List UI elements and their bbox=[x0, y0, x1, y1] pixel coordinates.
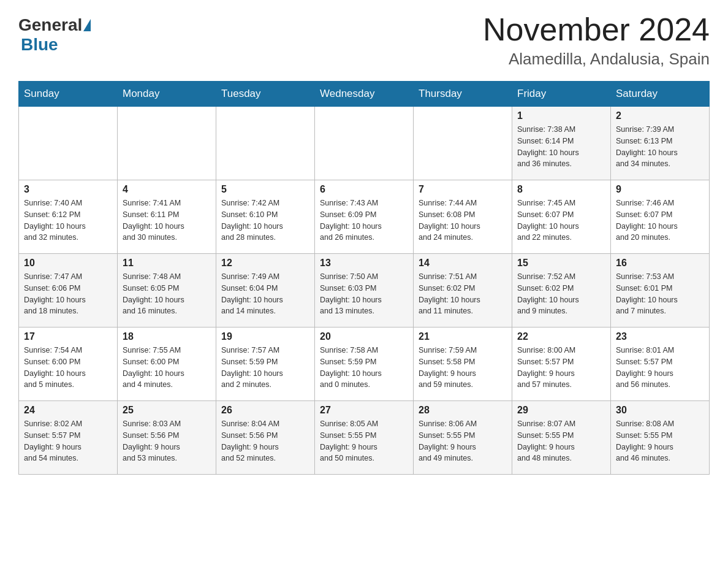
table-row: 14Sunrise: 7:51 AMSunset: 6:02 PMDayligh… bbox=[414, 254, 512, 327]
table-row: 24Sunrise: 8:02 AMSunset: 5:57 PMDayligh… bbox=[19, 401, 118, 475]
table-row: 22Sunrise: 8:00 AMSunset: 5:57 PMDayligh… bbox=[512, 327, 611, 401]
day-info: Sunrise: 7:38 AMSunset: 6:14 PMDaylight:… bbox=[517, 124, 605, 170]
day-number: 7 bbox=[419, 184, 507, 195]
day-number: 3 bbox=[24, 184, 112, 195]
calendar-day-header-monday: Monday bbox=[118, 82, 216, 107]
day-info: Sunrise: 8:00 AMSunset: 5:57 PMDaylight:… bbox=[517, 345, 605, 391]
table-row: 16Sunrise: 7:53 AMSunset: 6:01 PMDayligh… bbox=[611, 254, 710, 327]
table-row: 11Sunrise: 7:48 AMSunset: 6:05 PMDayligh… bbox=[118, 254, 216, 327]
calendar-header-row: SundayMondayTuesdayWednesdayThursdayFrid… bbox=[19, 82, 710, 107]
calendar-row: 24Sunrise: 8:02 AMSunset: 5:57 PMDayligh… bbox=[19, 401, 710, 475]
day-number: 9 bbox=[616, 184, 704, 195]
calendar-day-header-tuesday: Tuesday bbox=[216, 82, 315, 107]
table-row bbox=[118, 107, 216, 180]
calendar-day-header-wednesday: Wednesday bbox=[315, 82, 414, 107]
day-number: 6 bbox=[320, 184, 408, 195]
table-row: 6Sunrise: 7:43 AMSunset: 6:09 PMDaylight… bbox=[315, 180, 414, 254]
table-row: 19Sunrise: 7:57 AMSunset: 5:59 PMDayligh… bbox=[216, 327, 315, 401]
day-number: 24 bbox=[24, 405, 112, 416]
day-info: Sunrise: 7:55 AMSunset: 6:00 PMDaylight:… bbox=[123, 345, 211, 391]
day-info: Sunrise: 8:05 AMSunset: 5:55 PMDaylight:… bbox=[320, 418, 408, 464]
table-row: 29Sunrise: 8:07 AMSunset: 5:55 PMDayligh… bbox=[512, 401, 611, 475]
day-info: Sunrise: 7:51 AMSunset: 6:02 PMDaylight:… bbox=[419, 271, 507, 317]
table-row: 4Sunrise: 7:41 AMSunset: 6:11 PMDaylight… bbox=[118, 180, 216, 254]
day-info: Sunrise: 8:08 AMSunset: 5:55 PMDaylight:… bbox=[616, 418, 704, 464]
table-row: 27Sunrise: 8:05 AMSunset: 5:55 PMDayligh… bbox=[315, 401, 414, 475]
day-number: 26 bbox=[221, 405, 309, 416]
day-number: 19 bbox=[221, 331, 309, 342]
day-number: 27 bbox=[320, 405, 408, 416]
calendar-day-header-thursday: Thursday bbox=[414, 82, 512, 107]
table-row: 10Sunrise: 7:47 AMSunset: 6:06 PMDayligh… bbox=[19, 254, 118, 327]
day-number: 17 bbox=[24, 331, 112, 342]
table-row: 28Sunrise: 8:06 AMSunset: 5:55 PMDayligh… bbox=[414, 401, 512, 475]
day-info: Sunrise: 8:02 AMSunset: 5:57 PMDaylight:… bbox=[24, 418, 112, 464]
day-number: 25 bbox=[123, 405, 211, 416]
day-number: 10 bbox=[24, 258, 112, 269]
month-title: November 2024 bbox=[483, 12, 710, 47]
day-number: 29 bbox=[517, 405, 605, 416]
day-info: Sunrise: 7:54 AMSunset: 6:00 PMDaylight:… bbox=[24, 345, 112, 391]
table-row bbox=[414, 107, 512, 180]
table-row: 5Sunrise: 7:42 AMSunset: 6:10 PMDaylight… bbox=[216, 180, 315, 254]
logo: General Blue bbox=[18, 12, 92, 55]
day-number: 23 bbox=[616, 331, 704, 342]
calendar-day-header-saturday: Saturday bbox=[611, 82, 710, 107]
day-info: Sunrise: 7:49 AMSunset: 6:04 PMDaylight:… bbox=[221, 271, 309, 317]
table-row: 23Sunrise: 8:01 AMSunset: 5:57 PMDayligh… bbox=[611, 327, 710, 401]
calendar-row: 3Sunrise: 7:40 AMSunset: 6:12 PMDaylight… bbox=[19, 180, 710, 254]
logo-triangle-icon bbox=[83, 19, 91, 31]
table-row: 1Sunrise: 7:38 AMSunset: 6:14 PMDaylight… bbox=[512, 107, 611, 180]
day-number: 8 bbox=[517, 184, 605, 195]
table-row: 12Sunrise: 7:49 AMSunset: 6:04 PMDayligh… bbox=[216, 254, 315, 327]
table-row bbox=[19, 107, 118, 180]
day-info: Sunrise: 7:41 AMSunset: 6:11 PMDaylight:… bbox=[123, 197, 211, 243]
table-row: 21Sunrise: 7:59 AMSunset: 5:58 PMDayligh… bbox=[414, 327, 512, 401]
day-number: 20 bbox=[320, 331, 408, 342]
day-info: Sunrise: 7:42 AMSunset: 6:10 PMDaylight:… bbox=[221, 197, 309, 243]
day-info: Sunrise: 7:50 AMSunset: 6:03 PMDaylight:… bbox=[320, 271, 408, 317]
table-row: 26Sunrise: 8:04 AMSunset: 5:56 PMDayligh… bbox=[216, 401, 315, 475]
day-number: 12 bbox=[221, 258, 309, 269]
day-info: Sunrise: 7:47 AMSunset: 6:06 PMDaylight:… bbox=[24, 271, 112, 317]
table-row: 15Sunrise: 7:52 AMSunset: 6:02 PMDayligh… bbox=[512, 254, 611, 327]
day-number: 11 bbox=[123, 258, 211, 269]
day-info: Sunrise: 7:46 AMSunset: 6:07 PMDaylight:… bbox=[616, 197, 704, 243]
table-row: 30Sunrise: 8:08 AMSunset: 5:55 PMDayligh… bbox=[611, 401, 710, 475]
day-info: Sunrise: 7:43 AMSunset: 6:09 PMDaylight:… bbox=[320, 197, 408, 243]
title-section: November 2024 Alamedilla, Andalusia, Spa… bbox=[483, 12, 710, 69]
calendar-day-header-sunday: Sunday bbox=[19, 82, 118, 107]
table-row: 8Sunrise: 7:45 AMSunset: 6:07 PMDaylight… bbox=[512, 180, 611, 254]
day-number: 22 bbox=[517, 331, 605, 342]
day-number: 5 bbox=[221, 184, 309, 195]
day-info: Sunrise: 7:45 AMSunset: 6:07 PMDaylight:… bbox=[517, 197, 605, 243]
day-number: 16 bbox=[616, 258, 704, 269]
day-info: Sunrise: 7:59 AMSunset: 5:58 PMDaylight:… bbox=[419, 345, 507, 391]
day-info: Sunrise: 8:01 AMSunset: 5:57 PMDaylight:… bbox=[616, 345, 704, 391]
calendar-day-header-friday: Friday bbox=[512, 82, 611, 107]
table-row: 7Sunrise: 7:44 AMSunset: 6:08 PMDaylight… bbox=[414, 180, 512, 254]
day-number: 30 bbox=[616, 405, 704, 416]
logo-blue-text: Blue bbox=[21, 35, 58, 54]
day-info: Sunrise: 8:06 AMSunset: 5:55 PMDaylight:… bbox=[419, 418, 507, 464]
table-row: 9Sunrise: 7:46 AMSunset: 6:07 PMDaylight… bbox=[611, 180, 710, 254]
table-row: 25Sunrise: 8:03 AMSunset: 5:56 PMDayligh… bbox=[118, 401, 216, 475]
table-row: 17Sunrise: 7:54 AMSunset: 6:00 PMDayligh… bbox=[19, 327, 118, 401]
day-info: Sunrise: 8:03 AMSunset: 5:56 PMDaylight:… bbox=[123, 418, 211, 464]
day-number: 15 bbox=[517, 258, 605, 269]
day-number: 28 bbox=[419, 405, 507, 416]
day-info: Sunrise: 7:48 AMSunset: 6:05 PMDaylight:… bbox=[123, 271, 211, 317]
calendar-row: 17Sunrise: 7:54 AMSunset: 6:00 PMDayligh… bbox=[19, 327, 710, 401]
table-row bbox=[216, 107, 315, 180]
day-number: 21 bbox=[419, 331, 507, 342]
table-row: 18Sunrise: 7:55 AMSunset: 6:00 PMDayligh… bbox=[118, 327, 216, 401]
day-number: 18 bbox=[123, 331, 211, 342]
day-number: 1 bbox=[517, 110, 605, 121]
day-info: Sunrise: 7:40 AMSunset: 6:12 PMDaylight:… bbox=[24, 197, 112, 243]
table-row: 13Sunrise: 7:50 AMSunset: 6:03 PMDayligh… bbox=[315, 254, 414, 327]
table-row: 2Sunrise: 7:39 AMSunset: 6:13 PMDaylight… bbox=[611, 107, 710, 180]
calendar-table: SundayMondayTuesdayWednesdayThursdayFrid… bbox=[18, 81, 710, 475]
day-info: Sunrise: 7:58 AMSunset: 5:59 PMDaylight:… bbox=[320, 345, 408, 391]
day-info: Sunrise: 7:53 AMSunset: 6:01 PMDaylight:… bbox=[616, 271, 704, 317]
day-info: Sunrise: 7:57 AMSunset: 5:59 PMDaylight:… bbox=[221, 345, 309, 391]
